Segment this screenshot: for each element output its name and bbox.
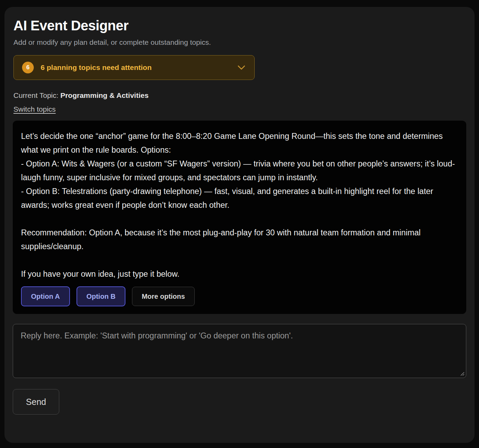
quick-reply-actions: Option A Option B More options [21,286,458,306]
assistant-message-text: Let’s decide the one “anchor” game for t… [21,129,458,281]
assistant-message: Let’s decide the one “anchor” game for t… [13,121,466,314]
option-b-button[interactable]: Option B [77,286,125,306]
chevron-down-icon [237,65,245,70]
more-options-button[interactable]: More options [132,287,195,306]
planning-topics-alert[interactable]: 6 6 planning topics need attention [13,55,255,80]
option-a-button[interactable]: Option A [21,286,70,306]
reply-composer [13,324,466,378]
topics-count-badge: 6 [22,62,34,73]
send-button[interactable]: Send [13,389,59,415]
reply-input[interactable] [13,324,466,378]
current-topic-label: Current Topic: [13,91,60,99]
switch-topics-link[interactable]: Switch topics [13,105,56,113]
ai-event-designer-panel: AI Event Designer Add or modify any plan… [4,7,475,443]
page-subtitle: Add or modify any plan detail, or comple… [13,38,466,47]
current-topic-value: Programming & Activities [60,91,149,99]
current-topic-line: Current Topic: Programming & Activities [13,91,466,100]
alert-label: 6 planning topics need attention [41,63,237,72]
page-title: AI Event Designer [13,17,466,34]
